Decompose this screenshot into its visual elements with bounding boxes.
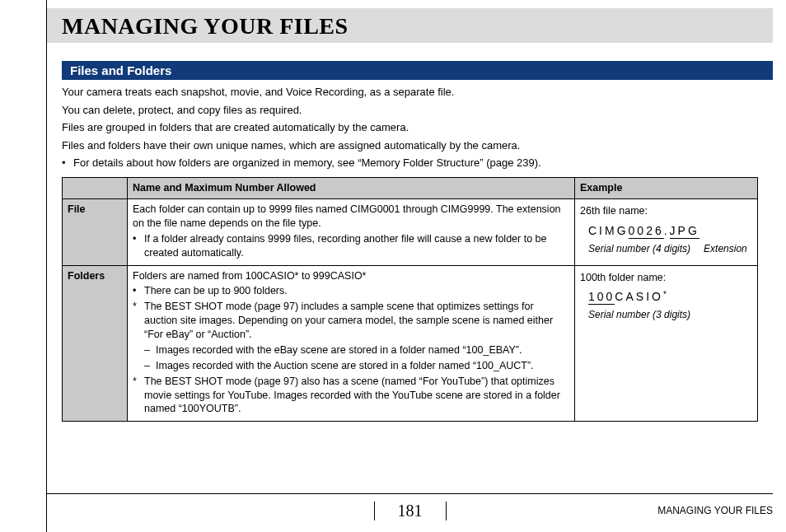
spec-table: Name and Maximum Number Allowed Example …	[62, 177, 758, 422]
folders-ast2-text: The BEST SHOT mode (page 97) also has a …	[144, 375, 569, 417]
chapter-title: MANAGING YOUR FILES	[62, 13, 765, 40]
table-row-folders: Folders Folders are named from 100CASIO*…	[63, 265, 758, 422]
folder-serial: 100	[588, 290, 615, 305]
content-area: Files and Folders Your camera treats eac…	[47, 43, 773, 422]
filename-dot: .	[664, 224, 670, 237]
folders-ast1: * The BEST SHOT mode (page 97) includes …	[133, 300, 569, 342]
dash-icon: –	[144, 343, 156, 357]
page-frame: MANAGING YOUR FILES Files and Folders Yo…	[46, 0, 773, 532]
file-example-anno: Serial number (4 digits) Extension	[588, 242, 752, 255]
anno-extension: Extension	[704, 242, 747, 255]
file-desc-bullet-text: If a folder already contains 9999 files,…	[144, 232, 569, 260]
chapter-title-bar: MANAGING YOUR FILES	[47, 8, 773, 43]
intro-bullet-text: For details about how folders are organi…	[73, 156, 541, 169]
file-desc-bullet: • If a folder already contains 9999 file…	[133, 232, 569, 260]
dash-icon: –	[144, 359, 156, 373]
folders-bullet-text: There can be up to 900 folders.	[144, 284, 288, 298]
folder-ast: *	[663, 290, 669, 299]
folders-desc: Folders are named from 100CASIO* to 999C…	[133, 269, 569, 283]
folders-dash2: – Images recorded with the Auction scene…	[144, 359, 569, 373]
page-number: 181	[374, 502, 447, 520]
file-example-cell: 26th file name: CIMG0026.JPG Serial numb…	[575, 199, 758, 266]
running-head: MANAGING YOUR FILES	[657, 505, 773, 516]
table-header-row: Name and Maximum Number Allowed Example	[63, 178, 758, 199]
th-blank	[63, 178, 128, 199]
th-example: Example	[575, 178, 758, 199]
bullet-dot-icon: •	[133, 284, 144, 298]
file-example-name: CIMG0026.JPG	[588, 223, 752, 239]
filename-serial: 0026	[629, 224, 664, 239]
asterisk-icon: *	[133, 375, 144, 417]
folder-rest: CASIO	[615, 290, 663, 303]
page-footer: 181 MANAGING YOUR FILES	[47, 493, 773, 522]
intro-p4: Files and folders have their own unique …	[62, 138, 773, 153]
section-heading: Files and Folders	[62, 61, 773, 80]
folders-ast1-text: The BEST SHOT mode (page 97) includes a …	[144, 300, 569, 342]
row-label-folders: Folders	[63, 265, 128, 422]
intro-bullet: • For details about how folders are orga…	[62, 156, 773, 169]
folders-example-name: 100CASIO*	[588, 289, 752, 305]
folders-dash2-text: Images recorded with the Auction scene a…	[156, 359, 534, 373]
asterisk-icon: *	[133, 300, 144, 342]
intro-p3: Files are grouped in folders that are cr…	[62, 120, 773, 135]
folders-example-lead: 100th folder name:	[580, 271, 752, 285]
intro-p1: Your camera treats each snapshot, movie,…	[62, 85, 773, 100]
file-example-lead: 26th file name:	[580, 204, 752, 218]
filename-ext: JPG	[670, 224, 699, 239]
filename-prefix: CIMG	[588, 224, 629, 237]
intro-p2: You can delete, protect, and copy files …	[62, 103, 773, 118]
folders-ast2: * The BEST SHOT mode (page 97) also has …	[133, 375, 569, 417]
row-label-file: File	[63, 199, 128, 266]
folders-desc-cell: Folders are named from 100CASIO* to 999C…	[128, 265, 575, 422]
file-desc-cell: Each folder can contain up to 9999 files…	[128, 199, 575, 266]
th-name: Name and Maximum Number Allowed	[128, 178, 575, 199]
folders-dash1: – Images recorded with the eBay scene ar…	[144, 343, 569, 357]
file-desc: Each folder can contain up to 9999 files…	[133, 203, 569, 231]
table-row-file: File Each folder can contain up to 9999 …	[63, 199, 758, 266]
anno-serial: Serial number (4 digits)	[588, 242, 690, 255]
folder-anno-serial: Serial number (3 digits)	[588, 308, 752, 321]
bullet-dot-icon: •	[62, 156, 73, 169]
folders-dash1-text: Images recorded with the eBay scene are …	[156, 343, 522, 357]
bullet-dot-icon: •	[133, 232, 144, 260]
folders-example-cell: 100th folder name: 100CASIO* Serial numb…	[575, 265, 758, 422]
folders-bullet: • There can be up to 900 folders.	[133, 284, 569, 298]
